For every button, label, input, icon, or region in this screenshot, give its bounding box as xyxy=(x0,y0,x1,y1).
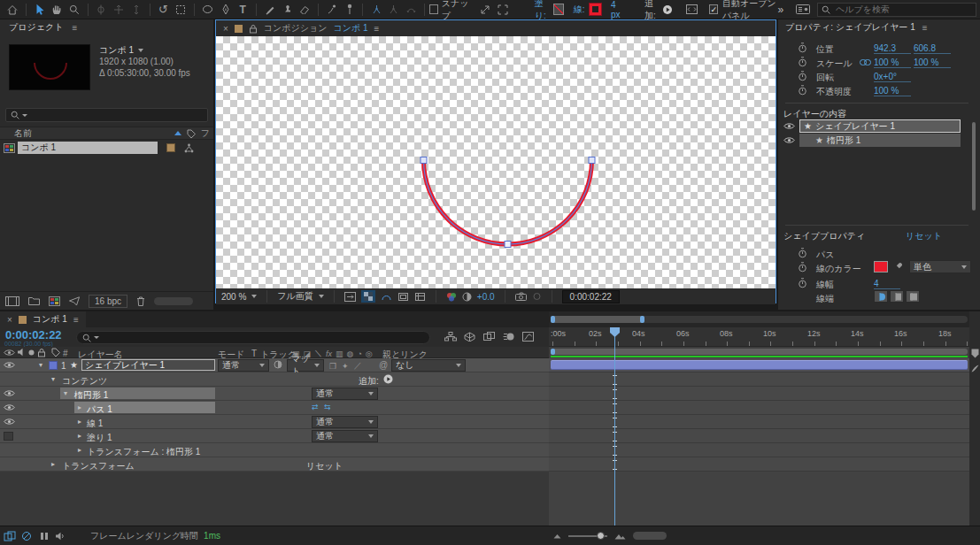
viewer-preview-time[interactable]: 0:00:02:22 xyxy=(562,290,620,303)
layer-contents-item[interactable]: シェイプレイヤー 1 xyxy=(815,120,895,133)
current-time-display[interactable]: 0:00:02:22 xyxy=(5,328,62,342)
name-column-header[interactable]: 名前 xyxy=(14,127,32,140)
new-folder-icon[interactable] xyxy=(28,296,40,305)
eye-icon[interactable] xyxy=(4,418,15,426)
eye-icon[interactable] xyxy=(4,361,15,369)
stopwatch-icon[interactable] xyxy=(798,248,807,258)
bounding-box-icon[interactable] xyxy=(494,1,512,19)
motion-blur-col-icon[interactable]: ◍ xyxy=(347,349,354,358)
collapse-transforms-switch[interactable]: ❐ xyxy=(329,362,336,371)
position-label[interactable]: 位置 xyxy=(816,43,834,56)
expand-caret-icon[interactable]: ▾ xyxy=(39,361,42,369)
zoom-select[interactable]: 200 % xyxy=(221,292,257,302)
help-search-box[interactable] xyxy=(817,3,976,17)
draft-3d-icon[interactable] xyxy=(464,332,475,342)
mask-vertex-tool-icon[interactable] xyxy=(367,1,385,19)
brush-tool-icon[interactable] xyxy=(261,1,279,19)
expand-caret-icon[interactable]: ▸ xyxy=(78,418,81,426)
timeline-tab-close-icon[interactable]: × xyxy=(7,315,12,325)
mask-visibility-icon[interactable] xyxy=(381,292,392,302)
blend-mode-select[interactable]: 通常 xyxy=(218,359,269,372)
orbit-camera-tool-icon[interactable] xyxy=(93,1,111,19)
bit-depth-button[interactable]: 16 bpc xyxy=(89,295,127,308)
eye-icon[interactable] xyxy=(4,403,15,411)
line-cap-projecting-button[interactable] xyxy=(906,290,920,303)
contents-row[interactable]: ▾ コンテンツ 追加: xyxy=(0,372,549,387)
layer-duration-track[interactable] xyxy=(549,358,969,372)
scale-handles-icon[interactable] xyxy=(476,1,494,19)
reset-link[interactable]: リセット xyxy=(906,230,942,242)
stroke-width-value[interactable]: 4 px xyxy=(611,0,622,19)
expand-caret-icon[interactable]: ▸ xyxy=(51,460,55,468)
share-network-icon[interactable] xyxy=(184,143,194,153)
group-blend-mode-select[interactable]: 通常 xyxy=(312,388,378,400)
opacity-label[interactable]: 不透明度 xyxy=(816,86,852,98)
snapshot-icon[interactable] xyxy=(515,292,527,301)
comp-name-dropdown-icon[interactable] xyxy=(138,49,143,52)
draft-preview-icon[interactable] xyxy=(21,531,32,541)
expand-caret-icon[interactable]: ▾ xyxy=(64,389,67,397)
add-property-button[interactable] xyxy=(383,374,393,384)
timeline-zoom-slider[interactable] xyxy=(568,535,607,537)
transparency-grid-icon[interactable] xyxy=(361,290,375,303)
label-color-swatch[interactable] xyxy=(166,143,175,152)
comp-thumbnail[interactable] xyxy=(9,44,90,90)
stopwatch-icon[interactable] xyxy=(798,262,807,272)
eraser-tool-icon[interactable] xyxy=(296,1,313,19)
comp-marker-icon[interactable] xyxy=(971,349,979,358)
expand-caret-icon[interactable]: ▸ xyxy=(78,432,81,440)
scale-y-value[interactable]: 100 % xyxy=(914,58,951,68)
layer-contents-row[interactable]: ★ 楕円形 1 xyxy=(783,134,973,147)
line-cap-butt-button[interactable] xyxy=(890,290,904,303)
clone-stamp-tool-icon[interactable] xyxy=(279,1,297,19)
auto-open-checkbox[interactable]: ✓ xyxy=(709,4,718,14)
stopwatch-icon[interactable] xyxy=(798,71,807,81)
project-item-name[interactable]: コンポ 1 xyxy=(18,142,158,154)
stroke-color-swatch[interactable] xyxy=(874,261,888,272)
viewer-tab-close-icon[interactable]: × xyxy=(223,24,228,34)
shape-group-row[interactable]: ▾ 楕円形 1 通常 xyxy=(0,387,549,401)
add-property-label[interactable]: 追加: xyxy=(359,375,379,388)
shape-tool-icon[interactable] xyxy=(199,1,217,19)
layer-contents-item[interactable]: 楕円形 1 xyxy=(827,134,860,147)
frame-blend-col-icon[interactable]: ▥ xyxy=(336,349,343,358)
path-merge-icon[interactable]: ⇆ xyxy=(324,403,331,411)
project-search-box[interactable] xyxy=(5,108,208,122)
selection-tool-icon[interactable] xyxy=(31,1,49,19)
scale-x-value[interactable]: 100 % xyxy=(874,58,911,68)
show-snapshot-icon[interactable] xyxy=(532,292,542,301)
zoom-in-mountain-icon[interactable] xyxy=(614,532,626,540)
fill-blend-mode-select[interactable]: 通常 xyxy=(312,430,378,442)
rotation-tool-icon[interactable]: ↺ xyxy=(155,1,173,19)
stopwatch-icon[interactable] xyxy=(798,85,807,96)
link-scale-icon[interactable] xyxy=(860,59,871,65)
parent-select[interactable]: なし xyxy=(391,359,466,372)
work-area-start-handle[interactable] xyxy=(551,349,555,355)
line-cap-label[interactable]: 線端 xyxy=(816,293,834,305)
quality-select[interactable]: フル画質 xyxy=(277,290,323,303)
stroke-swatch[interactable] xyxy=(590,4,602,15)
t-column-header[interactable]: T xyxy=(251,349,257,358)
sort-arrow-icon[interactable] xyxy=(174,131,181,135)
project-panel-menu-icon[interactable]: ≡ xyxy=(72,23,77,33)
viewer-panel-menu-icon[interactable]: ≡ xyxy=(374,24,380,34)
dolly-camera-tool-icon[interactable] xyxy=(127,1,145,19)
graph-editor-icon[interactable] xyxy=(522,332,534,342)
interpret-footage-icon[interactable] xyxy=(5,296,19,306)
timeline-panel-menu-icon[interactable]: ≡ xyxy=(73,315,79,325)
stopwatch-icon[interactable] xyxy=(798,278,807,288)
eye-off-toggle[interactable] xyxy=(4,432,13,441)
track-matte-pickwhip-icon[interactable] xyxy=(274,360,282,369)
shy-layers-icon[interactable] xyxy=(39,531,50,541)
stroke-blend-mode-select[interactable]: 通常 xyxy=(312,416,378,428)
pen-marker-icon[interactable] xyxy=(971,365,979,372)
stopwatch-icon[interactable] xyxy=(798,57,807,67)
project-tab[interactable]: プロジェクト xyxy=(9,21,63,34)
rotation-value[interactable]: 0x+0° xyxy=(874,72,911,82)
live-update-icon[interactable] xyxy=(4,531,16,541)
region-of-interest-icon[interactable] xyxy=(397,292,409,302)
layer-transform-row[interactable]: ▸ トランスフォーム リセット xyxy=(0,457,549,472)
hand-tool-icon[interactable] xyxy=(48,1,66,19)
viewer-tab-label[interactable]: コンポジション xyxy=(264,22,328,35)
home-icon[interactable] xyxy=(4,1,21,19)
